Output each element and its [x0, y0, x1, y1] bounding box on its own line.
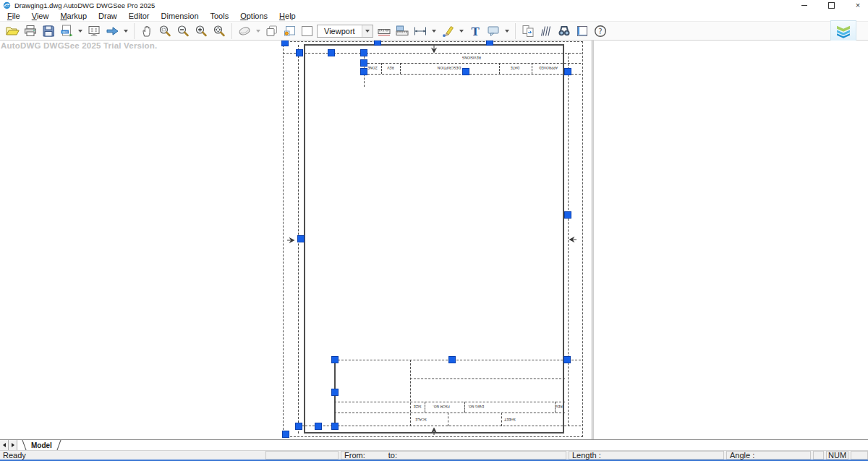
application-window: Drawging1.dwg AutoDWG DWGSee Pro 2025 × …: [0, 0, 868, 461]
sheet-tab-bar: Model: [0, 439, 868, 450]
drawing-line: [425, 402, 425, 413]
forward-button[interactable]: [103, 22, 121, 40]
zoom-in-button[interactable]: [192, 22, 210, 40]
drawing-line: [499, 63, 500, 74]
menu-file[interactable]: File: [1, 12, 26, 20]
menu-draw[interactable]: Draw: [93, 12, 123, 20]
tab-model[interactable]: Model: [22, 440, 61, 450]
dwgsee-logo-icon: [834, 22, 853, 40]
selection-grip[interactable]: [315, 423, 322, 430]
drawing-line: [298, 426, 581, 426]
svg-text:T: T: [471, 25, 480, 38]
selection-grip[interactable]: [281, 41, 289, 46]
display-button[interactable]: [85, 22, 103, 40]
eraser-button[interactable]: [236, 22, 253, 40]
selection-grip[interactable]: [564, 211, 571, 219]
menu-dimension[interactable]: Dimension: [156, 12, 205, 20]
export-image-dropdown[interactable]: [78, 30, 82, 33]
measure-area-button[interactable]: [393, 22, 411, 40]
drawing-line: [400, 63, 401, 74]
drawing-line: [555, 402, 556, 413]
marker-button[interactable]: [439, 22, 456, 40]
menu-bar: FileViewMarkupDrawEditorDimensionToolsOp…: [0, 10, 868, 21]
selection-grip[interactable]: [295, 423, 302, 430]
menu-view[interactable]: View: [26, 12, 55, 20]
comment-button[interactable]: [485, 22, 502, 40]
selection-grip[interactable]: [462, 68, 469, 75]
selection-grip[interactable]: [564, 68, 571, 75]
selection-grip[interactable]: [331, 423, 339, 430]
tab-scroll-right-button[interactable]: [9, 440, 17, 450]
forward-arrow-icon: [105, 24, 119, 38]
selection-grip[interactable]: [328, 49, 335, 56]
toolbar-separator: [231, 23, 232, 39]
zoom-extents-button[interactable]: [210, 22, 228, 40]
export-image-icon: IMG: [59, 24, 74, 38]
save-button[interactable]: [40, 22, 57, 40]
drawing-line: [364, 74, 581, 75]
selection-grip[interactable]: [282, 431, 289, 438]
selection-grip[interactable]: [448, 356, 456, 363]
measure-distance-button[interactable]: [375, 22, 393, 40]
selection-grip[interactable]: [486, 41, 493, 46]
selection-grip[interactable]: [296, 49, 303, 56]
selection-grip[interactable]: [360, 49, 367, 56]
dimension-icon: [413, 24, 427, 38]
maximize-button[interactable]: [827, 1, 835, 9]
selection-grip[interactable]: [297, 235, 305, 242]
viewport-color-swatch[interactable]: [302, 26, 312, 36]
binoculars-icon: [557, 24, 571, 38]
close-button[interactable]: ×: [854, 1, 862, 9]
menu-markup[interactable]: Markup: [54, 12, 93, 20]
svg-text:?: ?: [598, 27, 602, 35]
hatch-lines-icon: [539, 24, 553, 38]
selection-grip[interactable]: [331, 389, 339, 396]
help-button[interactable]: ?: [592, 22, 609, 40]
find-button[interactable]: [556, 22, 573, 40]
eraser-dropdown[interactable]: [256, 30, 260, 33]
pan-button[interactable]: [138, 22, 156, 40]
copy-transfer-button[interactable]: [519, 22, 537, 40]
dimension-dropdown[interactable]: [432, 30, 436, 33]
tab-scroll-left-button[interactable]: [0, 440, 9, 450]
menu-editor[interactable]: Editor: [123, 12, 156, 20]
zoom-out-button[interactable]: [174, 22, 192, 40]
viewport-frame-button[interactable]: [281, 22, 299, 40]
forward-dropdown[interactable]: [124, 30, 128, 33]
minimize-button[interactable]: [800, 1, 809, 9]
menu-options[interactable]: Options: [234, 12, 273, 20]
marker-dropdown[interactable]: [459, 30, 464, 33]
dimension-button[interactable]: [412, 22, 429, 40]
title-bar: Drawging1.dwg AutoDWG DWGSee Pro 2025 ×: [0, 0, 868, 10]
comment-dropdown[interactable]: [505, 30, 509, 33]
selection-grip[interactable]: [563, 356, 571, 363]
viewport-combobox[interactable]: Viewport: [317, 25, 373, 38]
menu-tools[interactable]: Tools: [205, 12, 235, 20]
copy-transfer-icon: [521, 24, 535, 38]
selection-grip[interactable]: [331, 356, 339, 363]
dwgsee-logo[interactable]: [830, 20, 856, 42]
marker-pen-icon: [441, 24, 455, 38]
area-ruler-icon: [395, 24, 409, 38]
selection-grip[interactable]: [374, 41, 381, 46]
layers-button[interactable]: [263, 22, 281, 40]
export-image-button[interactable]: IMG: [58, 22, 75, 40]
hatch-button[interactable]: [537, 22, 555, 40]
text-button[interactable]: T: [467, 22, 484, 40]
selection-grip[interactable]: [360, 59, 367, 67]
layout-button[interactable]: [574, 22, 591, 40]
status-ready: Ready: [0, 451, 263, 460]
monitor-icon: [87, 24, 101, 38]
menu-help[interactable]: Help: [273, 12, 302, 20]
print-button[interactable]: [22, 22, 39, 40]
drawing-line: [334, 402, 565, 402]
zoom-window-button[interactable]: [156, 22, 174, 40]
selection-grip[interactable]: [360, 68, 367, 75]
text-icon: T: [468, 24, 482, 38]
status-bar: Ready From: to: Length : Angle : NUM: [0, 450, 868, 461]
open-button[interactable]: [4, 22, 21, 40]
drawing-canvas[interactable]: AutoDWG DWGSee 2025 Trial Version. REVIS…: [0, 41, 868, 439]
viewport-combo-dropdown[interactable]: [362, 25, 373, 37]
help-icon: ?: [593, 24, 608, 38]
zoom-in-icon: [194, 24, 208, 38]
